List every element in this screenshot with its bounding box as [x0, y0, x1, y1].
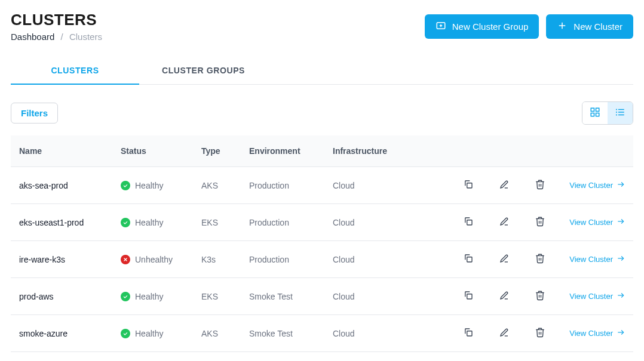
edit-button[interactable] — [498, 252, 511, 267]
tabs: CLUSTERS CLUSTER GROUPS — [11, 57, 633, 85]
column-actions — [414, 135, 633, 167]
copy-button[interactable] — [462, 289, 475, 304]
cell-actions: View Cluster — [414, 315, 633, 352]
svg-rect-20 — [467, 220, 472, 225]
breadcrumb-separator: / — [61, 32, 63, 42]
edit-button[interactable] — [498, 215, 511, 230]
cell-infrastructure: Cloud — [324, 204, 414, 241]
page-header: CLUSTERS Dashboard / Clusters New Cluste… — [11, 11, 633, 42]
breadcrumb-root[interactable]: Dashboard — [11, 32, 54, 42]
cell-status: Healthy — [112, 315, 193, 352]
cell-infrastructure: Cloud — [324, 315, 414, 352]
cell-actions: View Cluster — [414, 167, 633, 204]
header-left: CLUSTERS Dashboard / Clusters — [11, 11, 102, 42]
delete-button[interactable] — [533, 215, 547, 230]
arrow-right-icon — [617, 291, 625, 301]
tab-clusters[interactable]: CLUSTERS — [11, 57, 139, 85]
trash-icon — [535, 290, 545, 303]
button-label: New Cluster Group — [452, 21, 529, 32]
copy-button[interactable] — [462, 215, 475, 230]
cell-type: EKS — [193, 278, 241, 315]
cell-environment: Smoke Test — [241, 315, 324, 352]
trash-icon — [535, 179, 545, 192]
delete-button[interactable] — [533, 326, 547, 341]
grid-view-button[interactable] — [582, 102, 608, 124]
cell-type: EKS — [193, 204, 241, 241]
check-circle-icon — [121, 292, 130, 301]
cell-name: ire-ware-k3s — [11, 241, 112, 278]
cell-name: eks-useast1-prod — [11, 204, 112, 241]
filters-button[interactable]: Filters — [11, 103, 58, 124]
copy-button[interactable] — [462, 252, 475, 267]
status-label: Healthy — [135, 181, 163, 190]
status-label: Healthy — [135, 329, 163, 338]
table-header: Name Status Type Environment Infrastruct… — [11, 135, 633, 167]
svg-point-13 — [617, 112, 617, 113]
view-cluster-link[interactable]: View Cluster — [569, 291, 625, 301]
svg-point-12 — [617, 109, 617, 110]
svg-rect-32 — [467, 294, 472, 299]
table-row: aks-sea-prodHealthyAKSProductionCloudVie… — [11, 167, 633, 204]
cell-infrastructure: Cloud — [324, 241, 414, 278]
cell-environment: Production — [241, 241, 324, 278]
table-row: ire-ware-k3sUnhealthyK3sProductionCloudV… — [11, 241, 633, 278]
table-body: aks-sea-prodHealthyAKSProductionCloudVie… — [11, 167, 633, 352]
delete-button[interactable] — [533, 289, 547, 304]
cell-name: aks-sea-prod — [11, 167, 112, 204]
link-label: View Cluster — [569, 255, 613, 264]
cell-name: smoke-azure — [11, 315, 112, 352]
cell-status: Healthy — [112, 167, 193, 204]
link-label: View Cluster — [569, 218, 613, 227]
x-circle-icon — [121, 255, 130, 264]
list-view-button[interactable] — [608, 102, 633, 124]
cell-environment: Production — [241, 167, 324, 204]
svg-rect-6 — [596, 108, 599, 111]
list-icon — [615, 107, 625, 119]
new-cluster-button[interactable]: New Cluster — [546, 14, 633, 39]
toolbar: Filters — [11, 101, 633, 125]
arrow-right-icon — [617, 180, 625, 190]
cell-type: K3s — [193, 241, 241, 278]
edit-button[interactable] — [498, 326, 511, 341]
svg-rect-37 — [467, 331, 472, 336]
copy-button[interactable] — [462, 178, 475, 193]
view-cluster-link[interactable]: View Cluster — [569, 180, 625, 190]
cell-actions: View Cluster — [414, 278, 633, 315]
svg-rect-7 — [591, 113, 594, 116]
plus-icon — [557, 20, 568, 33]
copy-icon — [463, 327, 474, 340]
view-cluster-link[interactable]: View Cluster — [569, 254, 625, 264]
check-circle-icon — [121, 218, 130, 227]
copy-button[interactable] — [462, 326, 475, 341]
link-label: View Cluster — [569, 329, 613, 338]
check-circle-icon — [121, 329, 130, 338]
svg-rect-15 — [467, 183, 472, 188]
view-cluster-link[interactable]: View Cluster — [569, 328, 625, 338]
cell-status: Healthy — [112, 204, 193, 241]
cell-name: prod-aws — [11, 278, 112, 315]
cell-actions: View Cluster — [414, 204, 633, 241]
trash-icon — [535, 253, 545, 266]
cell-type: AKS — [193, 315, 241, 352]
view-toggle — [582, 101, 633, 125]
edit-button[interactable] — [498, 178, 511, 193]
tab-cluster-groups[interactable]: CLUSTER GROUPS — [139, 57, 268, 85]
view-cluster-link[interactable]: View Cluster — [569, 217, 625, 227]
cell-environment: Production — [241, 204, 324, 241]
cell-status: Unhealthy — [112, 241, 193, 278]
arrow-right-icon — [617, 254, 625, 264]
status-label: Healthy — [135, 218, 163, 227]
column-environment: Environment — [241, 135, 324, 167]
table-row: smoke-azureHealthyAKSSmoke TestCloudView… — [11, 315, 633, 352]
delete-button[interactable] — [533, 252, 547, 267]
page-title: CLUSTERS — [11, 11, 102, 29]
edit-button[interactable] — [498, 289, 511, 304]
status-label: Healthy — [135, 292, 163, 301]
table-row: eks-useast1-prodHealthyEKSProductionClou… — [11, 204, 633, 241]
new-cluster-group-button[interactable]: New Cluster Group — [425, 14, 539, 39]
cell-infrastructure: Cloud — [324, 167, 414, 204]
edit-icon — [499, 253, 510, 266]
delete-button[interactable] — [533, 178, 547, 193]
column-type: Type — [193, 135, 241, 167]
edit-icon — [499, 327, 510, 340]
